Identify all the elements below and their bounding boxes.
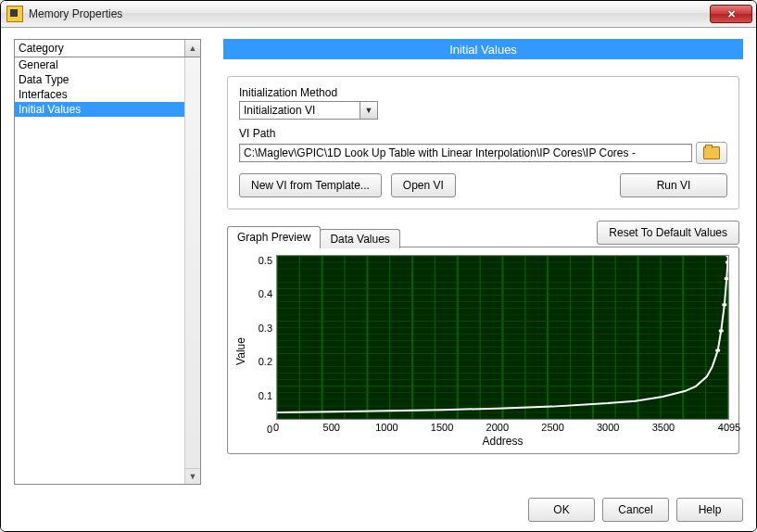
- init-method-dropdown[interactable]: Initialization VI ▼: [239, 101, 378, 120]
- vi-button-row: New VI from Template... Open VI Run VI: [239, 173, 727, 197]
- button-label: Cancel: [618, 503, 652, 516]
- chart-section: Graph Preview Data Values Reset To Defau…: [227, 224, 739, 454]
- x-axis-ticks: 05001000150020002500300035004095: [276, 420, 729, 435]
- vi-path-input[interactable]: C:\Maglev\GPIC\1D Look Up Table with Lin…: [239, 144, 692, 162]
- button-label: Open VI: [403, 179, 444, 192]
- button-label: Reset To Default Values: [609, 226, 727, 239]
- scroll-down-button[interactable]: ▼: [185, 468, 200, 484]
- plot-area: [276, 255, 729, 420]
- sidebar-item-label: Initial Values: [19, 103, 81, 116]
- sidebar-item-label: Data Type: [19, 73, 69, 86]
- chevron-down-icon: ▼: [360, 102, 377, 119]
- svg-rect-49: [722, 303, 726, 306]
- run-vi-button[interactable]: Run VI: [620, 173, 727, 197]
- scroll-up-button[interactable]: ▲: [184, 40, 200, 57]
- reset-defaults-button[interactable]: Reset To Default Values: [597, 221, 739, 245]
- svg-rect-48: [719, 330, 724, 333]
- category-header: Category ▲: [14, 39, 201, 57]
- panel-title-label: Initial Values: [449, 43, 517, 57]
- reset-wrap: Reset To Default Values: [597, 221, 739, 245]
- init-method-value: Initialization VI: [244, 104, 315, 117]
- close-icon: ✕: [727, 8, 736, 20]
- vi-path-row: C:\Maglev\GPIC\1D Look Up Table with Lin…: [239, 142, 727, 164]
- sidebar-item-general[interactable]: General: [15, 57, 200, 72]
- tab-data-values[interactable]: Data Values: [320, 229, 399, 248]
- chart-frame: Value 0.50.40.30.20.10 05001000150020002…: [227, 247, 739, 454]
- browse-button[interactable]: [696, 142, 727, 164]
- vi-path-label: VI Path: [239, 127, 727, 140]
- chart-svg: [277, 256, 728, 419]
- dialog-window: Memory Properties ✕ Category ▲ General D…: [0, 0, 757, 532]
- new-vi-button[interactable]: New VI from Template...: [239, 173, 382, 197]
- spacer: [465, 173, 611, 197]
- scrollbar[interactable]: ▼: [184, 57, 200, 484]
- button-label: OK: [553, 503, 569, 516]
- initialization-group: Initialization Method Initialization VI …: [227, 76, 739, 209]
- dialog-button-row: OK Cancel Help: [14, 485, 743, 522]
- category-header-label: Category: [19, 42, 64, 55]
- svg-rect-50: [725, 277, 728, 280]
- cancel-button[interactable]: Cancel: [602, 498, 669, 522]
- window-title: Memory Properties: [29, 7, 710, 20]
- sidebar-item-data-type[interactable]: Data Type: [15, 72, 200, 87]
- button-label: Help: [699, 503, 722, 516]
- ok-button[interactable]: OK: [528, 498, 595, 522]
- svg-rect-52: [726, 256, 728, 257]
- sidebar-item-label: General: [19, 58, 58, 71]
- app-icon: [6, 6, 23, 22]
- y-axis-label: Value: [233, 255, 248, 448]
- sidebar-item-initial-values[interactable]: Initial Values: [15, 102, 200, 117]
- window-body: Category ▲ General Data Type Interfaces …: [1, 28, 756, 531]
- folder-icon: [703, 146, 720, 159]
- panel-title: Initial Values: [223, 39, 743, 59]
- button-label: New VI from Template...: [251, 179, 370, 192]
- button-label: Run VI: [657, 179, 691, 192]
- tab-row: Graph Preview Data Values Reset To Defau…: [227, 224, 739, 247]
- tab-graph-preview[interactable]: Graph Preview: [227, 226, 321, 247]
- tab-label: Graph Preview: [237, 231, 310, 244]
- tab-label: Data Values: [330, 233, 389, 246]
- y-axis-ticks: 0.50.40.30.20.10: [248, 255, 276, 448]
- open-vi-button[interactable]: Open VI: [391, 173, 456, 197]
- svg-rect-47: [715, 349, 720, 352]
- init-method-label: Initialization Method: [239, 86, 727, 99]
- help-button[interactable]: Help: [676, 498, 743, 522]
- plot-column: 05001000150020002500300035004095 Address: [276, 255, 729, 448]
- titlebar: Memory Properties ✕: [1, 1, 756, 28]
- category-list[interactable]: General Data Type Interfaces Initial Val…: [14, 57, 201, 485]
- sidebar-item-interfaces[interactable]: Interfaces: [15, 87, 200, 102]
- sidebar-item-label: Interfaces: [19, 88, 68, 101]
- category-panel: Category ▲ General Data Type Interfaces …: [14, 39, 201, 485]
- svg-rect-51: [725, 261, 728, 264]
- main-area: Category ▲ General Data Type Interfaces …: [14, 39, 743, 485]
- right-panel: Initial Values Initialization Method Ini…: [223, 39, 743, 485]
- close-button[interactable]: ✕: [710, 5, 752, 23]
- x-axis-label: Address: [276, 435, 729, 448]
